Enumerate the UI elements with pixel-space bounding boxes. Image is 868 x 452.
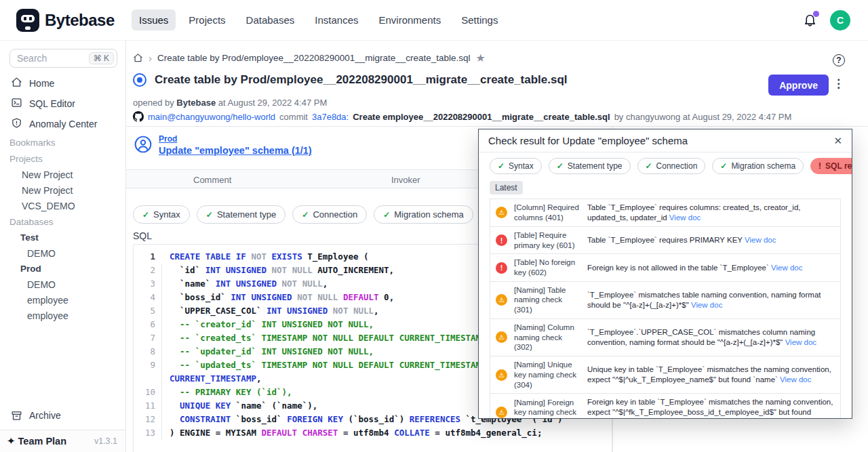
- warning-icon: ⚠: [496, 207, 507, 218]
- approve-button[interactable]: Approve: [768, 75, 829, 96]
- sidebar-item-label: Anomaly Center: [29, 119, 97, 129]
- search-box[interactable]: ⌘ K: [9, 49, 117, 68]
- avatar[interactable]: C: [830, 10, 850, 30]
- bookmark-star-icon[interactable]: ★: [476, 52, 486, 64]
- view-doc-link[interactable]: View doc: [780, 375, 811, 384]
- line-number: 11: [134, 399, 162, 413]
- check-pill-statement-type[interactable]: ✓Statement type: [549, 158, 631, 174]
- token-cm: -- `creator_id` INT UNSIGNED NOT NULL,: [170, 319, 374, 329]
- check-pill-connection[interactable]: ✓Connection: [292, 205, 367, 224]
- token-gr: NOT NULL: [292, 292, 343, 302]
- help-icon[interactable]: ?: [833, 54, 845, 66]
- assignee-icon: [134, 136, 152, 153]
- view-doc-link[interactable]: View doc: [785, 338, 816, 346]
- code-line: 13) ENGINE = MYISAM DEFAULT CHARSET = ut…: [134, 426, 612, 440]
- stage-environment-link[interactable]: Prod: [159, 134, 312, 144]
- token-gr: NOT: [246, 251, 272, 262]
- token-tx: `boss_id`: [231, 414, 287, 424]
- error-icon: !: [496, 234, 507, 246]
- nav-item-projects[interactable]: Projects: [181, 9, 233, 30]
- plan-footer[interactable]: ✦ Team Plan v1.3.1: [0, 430, 125, 452]
- token-kw: REFERENCES: [410, 414, 460, 424]
- view-doc-link[interactable]: View doc: [771, 264, 802, 272]
- archive-icon: [11, 410, 22, 422]
- sidebar-database-demo[interactable]: DEMO: [0, 245, 125, 261]
- nav-item-databases[interactable]: Databases: [239, 9, 302, 30]
- token-tx: ) ENGINE = MYISAM: [170, 428, 261, 438]
- check-pill-statement-type[interactable]: ✓Statement type: [197, 205, 286, 224]
- sidebar-item-archive[interactable]: Archive: [0, 406, 125, 425]
- check-pill-label: Syntax: [153, 209, 180, 220]
- check-pill-migration-schema[interactable]: ✓Migration schema: [374, 205, 473, 224]
- stage-task-link[interactable]: Update "employee" schema (1/1): [159, 145, 312, 156]
- notification-bell-icon[interactable]: [803, 12, 818, 28]
- check-pill-migration-schema[interactable]: ✓Migration schema: [712, 158, 804, 174]
- sidebar-item-home[interactable]: Home: [0, 73, 125, 94]
- check-description: Unique key in table `T_Employee` mismatc…: [587, 365, 835, 385]
- sidebar-project-vcs_demo[interactable]: VCS_DEMO: [0, 198, 125, 213]
- check-result-row: ⚠[Naming] Column naming check (302)`T_Em…: [490, 319, 840, 356]
- nav-item-instances[interactable]: Instances: [307, 9, 366, 30]
- warning-icon: ⚠: [496, 331, 507, 343]
- check-pill-syntax[interactable]: ✓Syntax: [133, 205, 190, 224]
- sidebar-item-sql-editor[interactable]: SQL Editor: [0, 94, 125, 114]
- view-doc-link[interactable]: View doc: [691, 301, 722, 309]
- sidebar-project-new-project[interactable]: New Project: [0, 182, 125, 198]
- token-gr: NOT NULL: [267, 265, 317, 275]
- nav-item-issues[interactable]: Issues: [132, 9, 176, 30]
- check-fail-icon: !: [818, 161, 821, 171]
- line-number: 2: [134, 264, 162, 277]
- view-doc-link[interactable]: View doc: [745, 236, 776, 244]
- bytebase-logo-icon: [16, 9, 39, 32]
- check-rule-name: [Naming] Table naming check (301): [514, 285, 579, 315]
- check-description: Table `T_Employee` requires PRIMARY KEY …: [587, 235, 835, 245]
- token-tx: = utf8mb4: [338, 428, 394, 438]
- search-input[interactable]: [17, 53, 79, 64]
- home-icon: [11, 77, 22, 90]
- code-text: ) ENGINE = MYISAM DEFAULT CHARSET = utf8…: [162, 426, 542, 440]
- sidebar-database-demo[interactable]: DEMO: [0, 276, 125, 292]
- nav-item-environments[interactable]: Environments: [371, 9, 448, 30]
- commit-hash-link[interactable]: 3a7e8da:: [312, 112, 349, 122]
- check-pill-sql-review[interactable]: !SQL review: [810, 158, 852, 174]
- check-description: Table `T_Employee` requires columns: cre…: [587, 203, 835, 223]
- check-pill-syntax[interactable]: ✓Syntax: [490, 158, 542, 174]
- sidebar-project-new-project[interactable]: New Project: [0, 167, 125, 182]
- nav-item-settings[interactable]: Settings: [454, 9, 505, 30]
- sidebar-database-employee[interactable]: employee: [0, 308, 125, 323]
- check-pill-label: Statement type: [568, 161, 623, 171]
- check-ok-icon: ✓: [720, 161, 727, 171]
- close-icon[interactable]: ✕: [833, 135, 842, 147]
- sidebar-item-anomaly-center[interactable]: Anomaly Center: [0, 114, 125, 134]
- check-pill-connection[interactable]: ✓Connection: [637, 158, 706, 174]
- more-actions-icon[interactable]: ⋮: [833, 77, 845, 91]
- view-doc-link[interactable]: View doc: [669, 213, 701, 222]
- breadcrumb-home-icon[interactable]: [133, 53, 143, 63]
- line-number: 9: [134, 358, 162, 372]
- sidebar-nav: HomeSQL EditorAnomaly Center: [0, 73, 125, 134]
- check-result-row: ⚠[Naming] Unique key naming check (304)U…: [490, 356, 840, 394]
- vcs-branch-link[interactable]: main@changyuwong/hello-world: [148, 112, 275, 122]
- code-text: `UPPER_CASE_COL` INT UNSIGNED NOT NULL,: [162, 304, 379, 318]
- topbar-right: C: [803, 10, 850, 30]
- app-version: v1.3.1: [94, 436, 117, 446]
- check-description: `T_Employee`.`UPPER_CASE_COL` mismatches…: [587, 327, 835, 348]
- sidebar-project-list: New ProjectNew ProjectVCS_DEMO: [0, 167, 125, 213]
- line-number: 7: [134, 331, 162, 345]
- sidebar-database-employee[interactable]: employee: [0, 292, 125, 308]
- check-rule-name: [Table] Require primary key (601): [514, 230, 579, 250]
- column-header-invoker: Invoker: [391, 170, 420, 189]
- line-number: 4: [134, 291, 162, 304]
- sidebar-section-databases: Databases: [0, 213, 125, 230]
- code-text: -- `creator_id` INT UNSIGNED NOT NULL,: [162, 318, 374, 331]
- code-text: CREATE TABLE IF NOT EXISTS T_Employee (: [162, 250, 369, 264]
- token-tx: ,: [256, 373, 262, 384]
- check-rule-name: [Naming] Column naming check (302): [514, 323, 579, 352]
- error-icon: !: [496, 262, 507, 274]
- check-rule-name: [Naming] Foreign key naming check (305): [514, 398, 579, 418]
- notification-dot: [813, 11, 819, 17]
- check-rule-name: [Table] No foreign key (602): [514, 258, 579, 277]
- bytebase-logo[interactable]: Bytebase: [16, 9, 126, 32]
- token-kw: COLLATE: [394, 428, 430, 438]
- breadcrumb-path[interactable]: Create table by Prod/employee__202208290…: [157, 53, 471, 63]
